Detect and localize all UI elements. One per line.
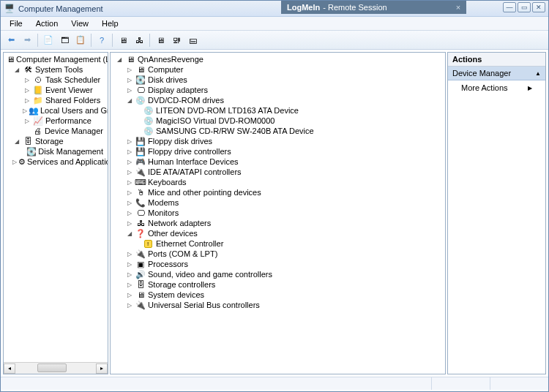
- cat-display[interactable]: ▷🖵Display adapters: [111, 85, 445, 95]
- cat-keyboards[interactable]: ▷⌨Keyboards: [111, 177, 445, 187]
- cat-floppy[interactable]: ▷💾Floppy disk drives: [111, 136, 445, 146]
- expander-icon[interactable]: ▷: [125, 189, 133, 197]
- cat-storage-ctrl[interactable]: ▷🗄Storage controllers: [111, 279, 445, 290]
- cat-ide[interactable]: ▷🔌IDE ATA/ATAPI controllers: [111, 167, 445, 177]
- expander-icon[interactable]: ▷: [125, 209, 133, 217]
- back-button[interactable]: ⬅: [4, 33, 18, 48]
- actions-more[interactable]: More Actions ▶: [448, 80, 545, 95]
- expander-icon[interactable]: ▷: [125, 260, 133, 268]
- cat-modems[interactable]: ▷📞Modems: [111, 197, 445, 208]
- expander-icon[interactable]: ▷: [125, 281, 133, 289]
- navigation-tree[interactable]: 🖥Computer Management (Local) ◢🛠System To…: [4, 53, 108, 362]
- expander-icon[interactable]: ▷: [125, 219, 133, 227]
- menu-file[interactable]: File: [4, 18, 29, 29]
- forward-button[interactable]: ➡: [20, 33, 34, 48]
- menu-action[interactable]: Action: [30, 18, 64, 29]
- help-button[interactable]: ?: [94, 33, 109, 48]
- expander-icon[interactable]: ▷: [125, 250, 133, 258]
- expander-icon[interactable]: ▷: [125, 291, 133, 299]
- dvd-device-2[interactable]: 💿MagicISO Virtual DVD-ROM0000: [111, 116, 445, 126]
- cat-hid[interactable]: ▷🎮Human Interface Devices: [111, 157, 445, 167]
- expander-icon[interactable]: ◢: [115, 56, 123, 64]
- expander-icon[interactable]: ▷: [23, 117, 31, 125]
- actions-header[interactable]: Device Manager ▲: [448, 67, 545, 80]
- expander-icon[interactable]: ▷: [23, 107, 27, 115]
- expander-icon[interactable]: [23, 127, 31, 135]
- cat-system-devices[interactable]: ▷🖥System devices: [111, 290, 445, 300]
- cat-floppy-ctrl[interactable]: ▷💾Floppy drive controllers: [111, 146, 445, 157]
- expander-icon[interactable]: ▷: [125, 76, 133, 84]
- update-driver-button[interactable]: 🖴: [185, 33, 200, 48]
- expander-icon[interactable]: ▷: [125, 86, 133, 94]
- scroll-thumb[interactable]: [37, 363, 67, 372]
- tree-label: Display adapters: [146, 86, 209, 94]
- expander-icon[interactable]: ▷: [125, 199, 133, 207]
- expander-icon[interactable]: ▷: [125, 178, 133, 186]
- tree-label: Disk drives: [146, 75, 189, 84]
- ethernet-controller[interactable]: Ethernet Controller: [111, 238, 445, 249]
- tree-local-users[interactable]: ▷👥Local Users and Groups: [4, 105, 108, 116]
- expander-icon[interactable]: ▷: [23, 76, 31, 84]
- expander-icon[interactable]: ◢: [125, 97, 133, 105]
- device-root[interactable]: ◢🖥QnAnnesRevenge: [111, 54, 445, 64]
- expander-icon[interactable]: ▷: [12, 158, 17, 166]
- dvd-device-3[interactable]: 💿SAMSUNG CD-R/RW SW-240B ATA Device: [111, 126, 445, 136]
- properties-button[interactable]: 📋: [73, 33, 88, 48]
- cat-network[interactable]: ▷🖧Network adapters: [111, 218, 445, 228]
- show-hide-tree-button[interactable]: 🗔: [57, 33, 72, 48]
- scroll-left-button[interactable]: ◂: [4, 363, 15, 374]
- tree-system-tools[interactable]: ◢🛠System Tools: [4, 64, 108, 75]
- cat-usb[interactable]: ▷🔌Universal Serial Bus controllers: [111, 300, 445, 310]
- mouse-icon: 🖱: [135, 187, 146, 197]
- expander-icon[interactable]: ▷: [125, 271, 133, 279]
- cat-monitors[interactable]: ▷🖵Monitors: [111, 208, 445, 218]
- tree-disk-management[interactable]: 💽Disk Management: [4, 146, 108, 157]
- left-scrollbar[interactable]: ◂ ▸: [4, 362, 108, 374]
- uninstall-button[interactable]: 🖳: [169, 33, 184, 48]
- tree-label: Ethernet Controller: [154, 239, 225, 248]
- cat-sound[interactable]: ▷🔊Sound, video and game controllers: [111, 269, 445, 279]
- menu-view[interactable]: View: [65, 18, 94, 29]
- expander-icon[interactable]: ▷: [125, 168, 133, 176]
- tree-device-manager[interactable]: 🖨Device Manager: [4, 126, 108, 136]
- tree-performance[interactable]: ▷📈Performance: [4, 116, 108, 126]
- tree-root[interactable]: 🖥Computer Management (Local): [4, 54, 108, 64]
- expander-icon[interactable]: ◢: [12, 66, 20, 74]
- expander-icon[interactable]: ▷: [125, 66, 133, 74]
- tree-task-scheduler[interactable]: ▷⏲Task Scheduler: [4, 75, 108, 85]
- expander-icon[interactable]: ▷: [125, 137, 133, 146]
- scan-button[interactable]: 🖥: [116, 33, 130, 48]
- refresh-button[interactable]: 🖧: [132, 33, 146, 48]
- scroll-track[interactable]: [15, 363, 96, 374]
- remote-close-icon[interactable]: ×: [456, 3, 460, 12]
- expander-icon[interactable]: [23, 148, 25, 156]
- cat-mice[interactable]: ▷🖱Mice and other pointing devices: [111, 187, 445, 197]
- expander-icon[interactable]: ▷: [125, 301, 133, 309]
- minimize-button[interactable]: —: [503, 2, 516, 12]
- scroll-right-button[interactable]: ▸: [96, 363, 108, 374]
- collapse-icon: ▲: [535, 70, 541, 77]
- expander-icon[interactable]: ▷: [125, 158, 133, 166]
- close-button[interactable]: ✕: [532, 2, 545, 12]
- expander-icon[interactable]: ◢: [125, 230, 133, 238]
- cat-other[interactable]: ◢❓Other devices: [111, 228, 445, 238]
- dvd-device-1[interactable]: 💿LITEON DVD-ROM LTD163 ATA Device: [111, 105, 445, 116]
- cat-dvd[interactable]: ◢💿DVD/CD-ROM drives: [111, 95, 445, 105]
- expander-icon[interactable]: ▷: [23, 86, 31, 94]
- up-button[interactable]: 📄: [41, 33, 56, 48]
- expander-icon[interactable]: ◢: [12, 137, 20, 146]
- cat-processors[interactable]: ▷▣Processors: [111, 259, 445, 269]
- cat-disk-drives[interactable]: ▷💽Disk drives: [111, 75, 445, 85]
- device-tree[interactable]: ◢🖥QnAnnesRevenge ▷🖥Computer ▷💽Disk drive…: [111, 53, 445, 374]
- expander-icon[interactable]: ▷: [125, 148, 133, 156]
- maximize-button[interactable]: ▭: [518, 2, 531, 12]
- menu-help[interactable]: Help: [96, 18, 124, 29]
- cat-ports[interactable]: ▷🔌Ports (COM & LPT): [111, 249, 445, 259]
- enable-button[interactable]: 🖥: [153, 33, 168, 48]
- expander-icon[interactable]: ▷: [23, 97, 31, 105]
- cat-computer[interactable]: ▷🖥Computer: [111, 64, 445, 75]
- tree-services[interactable]: ▷⚙Services and Applications: [4, 157, 108, 167]
- tree-storage[interactable]: ◢🗄Storage: [4, 136, 108, 146]
- tree-event-viewer[interactable]: ▷📒Event Viewer: [4, 85, 108, 95]
- tree-shared-folders[interactable]: ▷📁Shared Folders: [4, 95, 108, 105]
